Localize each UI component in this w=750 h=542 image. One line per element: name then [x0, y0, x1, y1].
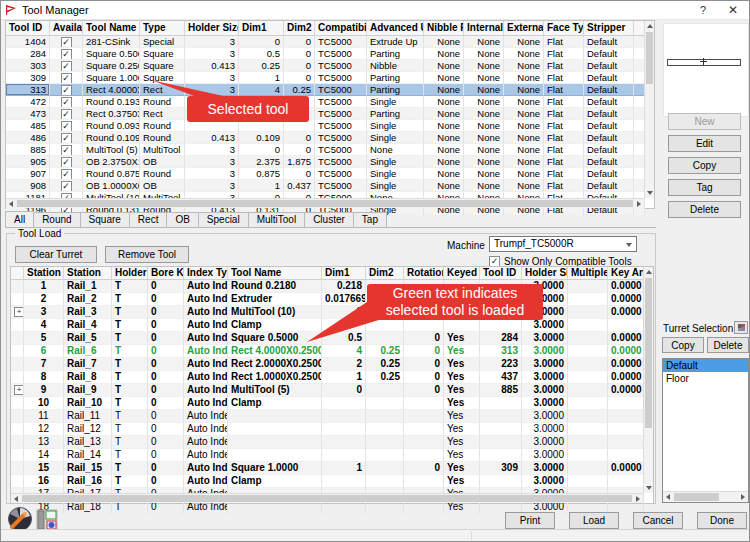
vertical-scrollbar[interactable] [644, 21, 654, 198]
column-header[interactable]: Rotation Ar [404, 267, 444, 280]
column-header[interactable]: Bore Key Ar [148, 267, 184, 280]
column-header[interactable]: Station [64, 267, 112, 280]
remove-tool-button[interactable]: Remove Tool [105, 246, 189, 263]
scroll-thumb[interactable] [646, 32, 653, 84]
clear-turret-button[interactable]: Clear Turret [15, 246, 97, 263]
tag-button[interactable]: Tag [668, 179, 741, 196]
horizontal-scrollbar[interactable] [6, 198, 644, 208]
table-row[interactable]: 907Round 0.8750Round30.8750TC5000SingleN… [6, 168, 644, 180]
column-header[interactable]: Internal Par [464, 21, 504, 36]
scroll-left-button[interactable] [11, 494, 21, 504]
available-checkbox[interactable] [61, 169, 72, 180]
available-checkbox[interactable] [61, 109, 72, 120]
help-button[interactable]: ? [695, 3, 711, 17]
available-checkbox[interactable] [61, 85, 72, 96]
table-row[interactable]: 7Rail_7T0Auto IndexRect 2.0000X0.250020.… [11, 358, 643, 371]
column-header[interactable]: Holder Type [112, 267, 148, 280]
table-row[interactable]: 485Round 0.0930RoundTC5000SingleNoneNone… [6, 120, 644, 132]
table-row[interactable]: 1Rail_1T0Auto IndexRound 0.21800.2183.00… [11, 280, 643, 293]
close-button[interactable]: ✕ [725, 3, 741, 17]
tab-rect[interactable]: Rect [129, 212, 168, 227]
table-row[interactable]: 12Rail_12T0Auto IndexYes3.0000 [11, 423, 643, 436]
table-row[interactable]: 15Rail_15T0Auto IndexSquare 1.000010Yes3… [11, 462, 643, 475]
column-header[interactable]: Advanced Usage [367, 21, 424, 36]
delete-button[interactable]: Delete [668, 201, 741, 218]
column-header[interactable]: Stripper [584, 21, 634, 36]
column-header[interactable]: Keyed [444, 267, 480, 280]
turret-item-floor[interactable]: Floor [663, 372, 748, 385]
table-row[interactable]: 16Rail_16T0Auto IndexClampYes3.0000 [11, 475, 643, 488]
column-header[interactable]: Holder Size [522, 267, 568, 280]
column-header[interactable]: Nibble R [424, 21, 464, 36]
tab-tap[interactable]: Tap [353, 212, 387, 227]
table-row[interactable]: 5Rail_5T0Auto IndexSquare 0.50000.50Yes2… [11, 332, 643, 345]
scroll-right-button[interactable] [738, 492, 748, 502]
scroll-thumb[interactable] [674, 493, 719, 501]
copy-button[interactable]: Copy [668, 157, 741, 174]
table-row[interactable]: 11Rail_11T0Auto IndexYes3.0000 [11, 410, 643, 423]
table-row[interactable]: 885MultiTool (5)MultiTool300TC5000NoneNo… [6, 144, 644, 156]
table-row[interactable]: 4Rail_4T0Auto IndexClamp3.0000 [11, 319, 643, 332]
tab-special[interactable]: Special [198, 212, 249, 227]
available-checkbox[interactable] [61, 181, 72, 192]
column-header[interactable]: External Par [504, 21, 544, 36]
cancel-button[interactable]: Cancel [633, 512, 683, 529]
turret-panel-icon[interactable] [734, 321, 748, 334]
scroll-up-button[interactable] [645, 21, 655, 31]
edit-button[interactable]: Edit [668, 135, 741, 152]
machine-setup-icon[interactable] [36, 509, 58, 531]
column-header[interactable]: Available [50, 21, 83, 36]
column-header[interactable]: Tool Name [83, 21, 140, 36]
scroll-thumb[interactable] [645, 278, 652, 428]
table-row[interactable]: 14Rail_14T0Auto IndexYes3.0000 [11, 449, 643, 462]
table-row[interactable]: 313Rect 4.0000X0.2Rect340.25TC5000Partin… [6, 84, 644, 96]
column-header[interactable]: Tool Name [228, 267, 322, 280]
table-row[interactable]: 8Rail_8T0Auto IndexRect 1.0000X0.250010.… [11, 371, 643, 384]
column-header[interactable]: Dim1 [239, 21, 284, 36]
tab-round[interactable]: Round [33, 212, 80, 227]
column-header[interactable]: Multiple Cc [568, 267, 608, 280]
table-row[interactable]: 309Square 1.0000Square310TC5000PartingNo… [6, 72, 644, 84]
table-row[interactable]: 303Square 0.2500Square0.4130.250TC5000Ni… [6, 60, 644, 72]
column-header[interactable]: Dim2 [366, 267, 404, 280]
done-button[interactable]: Done [697, 512, 747, 529]
table-row[interactable]: 10Rail_10T0Auto IndexClampYes3.0000 [11, 397, 643, 410]
column-header[interactable]: Tool ID [480, 267, 522, 280]
available-checkbox[interactable] [61, 37, 72, 48]
vertical-scrollbar[interactable] [643, 267, 653, 493]
horizontal-scrollbar[interactable] [11, 493, 643, 503]
available-checkbox[interactable] [61, 121, 72, 132]
scroll-left-button[interactable] [663, 492, 673, 502]
column-header[interactable]: Face Type [544, 21, 584, 36]
table-row[interactable]: 6Rail_6T0Auto IndexRect 4.0000X0.250040.… [11, 345, 643, 358]
table-row[interactable]: 473Rect 0.3750X0.0RectTC5000PartingNoneN… [6, 108, 644, 120]
column-header[interactable]: Key Angles [608, 267, 644, 280]
print-button[interactable]: Print [505, 512, 555, 529]
table-row[interactable]: 284Square 0.5000Square30.50TC5000Parting… [6, 48, 644, 60]
machine-dropdown[interactable]: Trumpf_TC5000R [489, 236, 637, 252]
column-header[interactable]: Holder Size [185, 21, 239, 36]
turret-copy-button[interactable]: Copy [662, 337, 704, 353]
tab-cluster[interactable]: Cluster [304, 212, 354, 227]
scroll-right-button[interactable] [633, 494, 643, 504]
tab-multitool[interactable]: MultiTool [248, 212, 305, 227]
table-row[interactable]: 3Rail_3T0Auto IndexMultiTool (10)03.0000… [11, 306, 643, 319]
available-checkbox[interactable] [61, 61, 72, 72]
scroll-down-button[interactable] [645, 188, 655, 198]
tab-square[interactable]: Square [80, 212, 130, 227]
table-row[interactable]: 472Round 0.1930RoundTC5000SingleNoneNone… [6, 96, 644, 108]
scroll-thumb[interactable] [22, 495, 632, 502]
scroll-up-button[interactable] [644, 267, 654, 277]
column-header[interactable]: Type [140, 21, 185, 36]
available-checkbox[interactable] [61, 97, 72, 108]
turret-delete-button[interactable]: Delete [707, 337, 749, 353]
column-header[interactable]: Dim2 [284, 21, 315, 36]
horizontal-scrollbar[interactable] [663, 491, 748, 502]
scroll-left-button[interactable] [6, 199, 16, 209]
table-row[interactable]: 1404281-CSinkSpecial300TC5000Extrude UpN… [6, 36, 644, 48]
column-header[interactable]: Station ID [24, 267, 64, 280]
table-row[interactable]: 908OB 1.0000X0.43OB310.437TC5000SingleNo… [6, 180, 644, 192]
table-row[interactable]: 13Rail_13T0Auto IndexYes3.0000 [11, 436, 643, 449]
available-checkbox[interactable] [61, 49, 72, 60]
available-checkbox[interactable] [61, 157, 72, 168]
